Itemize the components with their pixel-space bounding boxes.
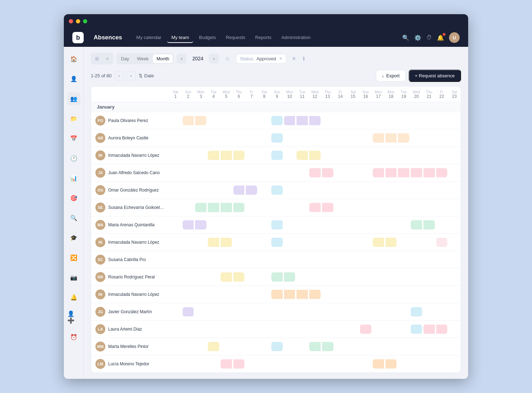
- sidebar-bell[interactable]: 🔔: [67, 291, 80, 304]
- person-cell[interactable]: PO Paula Olivares Perez: [91, 114, 169, 128]
- person-cell[interactable]: RR Rosario Rodríguez Peral: [91, 270, 169, 284]
- absence-bar[interactable]: [195, 116, 206, 125]
- sidebar-diagram[interactable]: 🔀: [67, 251, 80, 264]
- absence-bar[interactable]: [195, 220, 206, 229]
- absence-bar[interactable]: [233, 359, 245, 369]
- absence-bar[interactable]: [208, 342, 219, 351]
- absence-bar[interactable]: [423, 325, 435, 334]
- absence-bar[interactable]: [411, 168, 422, 177]
- absence-bar[interactable]: [246, 186, 257, 195]
- person-cell[interactable]: IN Inmaculada Navarro López: [91, 287, 169, 301]
- person-cell[interactable]: AB Aurora Boleyn Castle: [91, 131, 169, 145]
- tab-my-team[interactable]: My team: [167, 33, 193, 43]
- status-filter-close[interactable]: ✕: [279, 56, 282, 61]
- person-cell[interactable]: SC Susana Cabrilla Pío: [91, 253, 169, 267]
- absence-bar[interactable]: [411, 220, 422, 229]
- person-cell[interactable]: JS Juan Alfredo Salcedo Cano: [91, 166, 169, 180]
- info-button[interactable]: ℹ: [299, 54, 309, 63]
- sidebar-chart[interactable]: 📊: [67, 172, 80, 184]
- absence-bar[interactable]: [373, 168, 384, 177]
- absence-bar[interactable]: [233, 272, 245, 282]
- absence-bar[interactable]: [386, 359, 397, 369]
- sidebar-target[interactable]: 🎯: [67, 192, 80, 204]
- absence-bar[interactable]: [386, 168, 397, 177]
- sidebar-camera[interactable]: 📷: [67, 271, 80, 284]
- absence-bar[interactable]: [284, 116, 295, 125]
- absence-bar[interactable]: [271, 133, 283, 143]
- absence-bar[interactable]: [297, 290, 308, 299]
- absence-bar[interactable]: [373, 133, 384, 143]
- absence-bar[interactable]: [233, 186, 245, 195]
- person-cell[interactable]: IN Inmaculada Navarro López: [91, 148, 169, 162]
- status-filter[interactable]: Status: Approved ✕: [236, 54, 286, 63]
- absence-bar[interactable]: [436, 168, 448, 177]
- absence-bar[interactable]: [208, 203, 219, 212]
- absence-bar[interactable]: [297, 116, 308, 125]
- absence-bar[interactable]: [221, 272, 232, 282]
- sidebar-folder[interactable]: 📁: [67, 112, 80, 125]
- sidebar-clock[interactable]: 🕐: [67, 152, 80, 165]
- tab-requests[interactable]: Requests: [222, 33, 250, 43]
- next-page-button[interactable]: ›: [127, 71, 136, 81]
- absence-bar[interactable]: [271, 151, 283, 160]
- absence-bar[interactable]: [423, 220, 435, 229]
- absence-bar[interactable]: [271, 186, 283, 195]
- tab-reports[interactable]: Reports: [251, 33, 276, 43]
- maximize-dot[interactable]: [83, 19, 87, 23]
- sidebar-person[interactable]: 👤: [67, 72, 80, 85]
- person-cell[interactable]: LA Laura Artemi Diaz: [91, 322, 169, 336]
- request-absence-button[interactable]: + Request absence: [409, 70, 461, 82]
- sidebar-time[interactable]: ⏰: [67, 331, 80, 343]
- absence-bar[interactable]: [411, 325, 422, 334]
- sidebar-people[interactable]: 👥: [67, 92, 80, 105]
- close-dot[interactable]: [69, 19, 73, 23]
- next-month-button[interactable]: ›: [209, 54, 219, 63]
- absence-bar[interactable]: [271, 238, 283, 247]
- absence-bar[interactable]: [309, 203, 321, 212]
- absence-bar[interactable]: [208, 151, 219, 160]
- person-cell[interactable]: IN Inmaculada Navarro López: [91, 235, 169, 249]
- sidebar-search[interactable]: 🔍: [67, 211, 80, 224]
- absence-bar[interactable]: [195, 203, 206, 212]
- week-view-button[interactable]: Week: [133, 54, 152, 63]
- absence-bar[interactable]: [208, 238, 219, 247]
- absence-bar[interactable]: [436, 238, 448, 247]
- absence-bar[interactable]: [309, 290, 321, 299]
- person-cell[interactable]: LM Lucía Moreno Tejedor: [91, 357, 169, 371]
- notification-icon[interactable]: 🔔: [437, 34, 444, 41]
- absence-bar[interactable]: [423, 168, 435, 177]
- sidebar-home[interactable]: 🏠: [67, 52, 80, 65]
- tab-budgets[interactable]: Budgets: [195, 33, 220, 43]
- absence-bar[interactable]: [284, 272, 295, 282]
- person-cell[interactable]: OG Omar González Rodríguez: [91, 183, 169, 197]
- absence-bar[interactable]: [373, 359, 384, 369]
- filter-close-button[interactable]: ✕: [292, 56, 296, 61]
- list-view-icon[interactable]: ≡: [102, 54, 112, 63]
- absence-bar[interactable]: [411, 307, 422, 316]
- prev-month-button[interactable]: ‹: [177, 54, 187, 63]
- sidebar-calendar[interactable]: 📅: [67, 132, 80, 145]
- person-cell[interactable]: MM Marta Merelles Pintor: [91, 339, 169, 354]
- absence-bar[interactable]: [322, 168, 333, 177]
- absence-bar[interactable]: [309, 342, 321, 351]
- absence-bar[interactable]: [398, 133, 409, 143]
- timer-icon[interactable]: ⏱: [426, 34, 432, 41]
- settings-icon[interactable]: ⚙️: [414, 34, 421, 41]
- day-view-button[interactable]: Day: [117, 54, 133, 63]
- absence-bar[interactable]: [271, 220, 283, 229]
- minimize-dot[interactable]: [76, 19, 80, 23]
- person-cell[interactable]: SE Susana Echevarria Goikoetxea: [91, 200, 169, 215]
- person-cell[interactable]: JG Javier González Martín: [91, 305, 169, 319]
- absence-bar[interactable]: [309, 116, 321, 125]
- grid-view-icon[interactable]: ⊞: [92, 54, 102, 63]
- absence-bar[interactable]: [183, 116, 194, 125]
- absence-bar[interactable]: [322, 342, 333, 351]
- absence-bar[interactable]: [221, 359, 232, 369]
- absence-bar[interactable]: [284, 290, 295, 299]
- absence-bar[interactable]: [322, 203, 333, 212]
- absence-bar[interactable]: [386, 238, 397, 247]
- absence-bar[interactable]: [398, 168, 409, 177]
- absence-bar[interactable]: [271, 290, 283, 299]
- absence-bar[interactable]: [436, 325, 448, 334]
- month-view-button[interactable]: Month: [153, 54, 173, 63]
